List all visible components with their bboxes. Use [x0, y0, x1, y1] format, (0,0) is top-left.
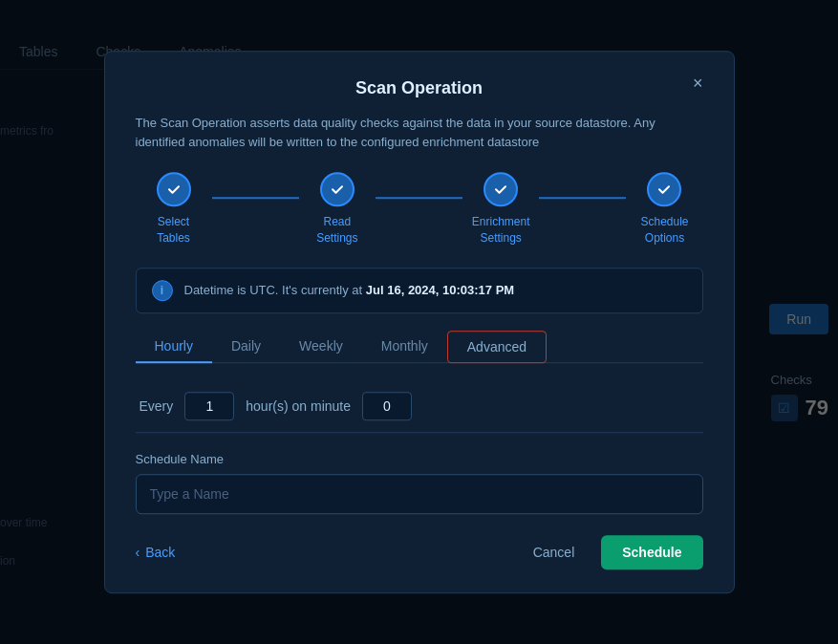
step-read-settings: ReadSettings: [299, 172, 376, 247]
close-button[interactable]: ×: [693, 75, 703, 92]
step-enrichment-settings: EnrichmentSettings: [462, 172, 539, 247]
stepper: SelectTables ReadSettings EnrichmentSett…: [136, 172, 703, 247]
minute-input[interactable]: [362, 392, 412, 420]
dialog-footer: ‹ Back Cancel Schedule: [136, 535, 703, 569]
connector-1: [212, 197, 299, 199]
step-circle-3: [483, 172, 518, 206]
tab-advanced[interactable]: Advanced: [447, 331, 547, 363]
step-select-tables: SelectTables: [136, 172, 212, 247]
tab-weekly[interactable]: Weekly: [280, 331, 362, 363]
connector-2: [376, 197, 462, 199]
step-circle-1: [157, 172, 191, 206]
schedule-name-input[interactable]: [136, 474, 703, 514]
info-icon: i: [152, 280, 173, 301]
tab-monthly[interactable]: Monthly: [362, 331, 447, 363]
tab-hourly[interactable]: Hourly: [136, 331, 212, 363]
scan-operation-dialog: Scan Operation × The Scan Operation asse…: [104, 51, 735, 593]
back-label: Back: [145, 545, 175, 560]
step-schedule-options: ScheduleOptions: [626, 172, 702, 247]
hours-input[interactable]: [184, 392, 234, 420]
schedule-name-label: Schedule Name: [136, 452, 703, 466]
dialog-header: Scan Operation ×: [136, 78, 703, 98]
schedule-tabs: Hourly Daily Weekly Monthly Advanced: [136, 331, 703, 363]
step-circle-2: [320, 172, 355, 206]
step-label-3: EnrichmentSettings: [472, 214, 530, 247]
info-datetime: Jul 16, 2024, 10:03:17 PM: [366, 283, 514, 297]
footer-actions: Cancel Schedule: [518, 535, 703, 569]
info-text: Datetime is UTC. It's currently at Jul 1…: [184, 283, 515, 297]
schedule-name-field: Schedule Name: [136, 452, 703, 514]
dialog-title: Scan Operation: [355, 78, 483, 98]
step-label-4: ScheduleOptions: [640, 214, 688, 247]
hourly-config: Every hour(s) on minute: [136, 380, 703, 433]
step-circle-4: [647, 172, 681, 206]
back-chevron-icon: ‹: [136, 545, 140, 560]
hours-label: hour(s) on minute: [246, 398, 351, 414]
connector-3: [539, 197, 626, 199]
back-button[interactable]: ‹ Back: [136, 545, 176, 560]
cancel-button[interactable]: Cancel: [518, 537, 591, 568]
step-label-1: SelectTables: [157, 214, 190, 247]
tab-daily[interactable]: Daily: [212, 331, 280, 363]
info-box: i Datetime is UTC. It's currently at Jul…: [136, 268, 703, 313]
dialog-description: The Scan Operation asserts data quality …: [136, 114, 703, 151]
schedule-button[interactable]: Schedule: [601, 535, 702, 569]
every-label: Every: [140, 398, 174, 414]
step-label-2: ReadSettings: [316, 214, 357, 247]
